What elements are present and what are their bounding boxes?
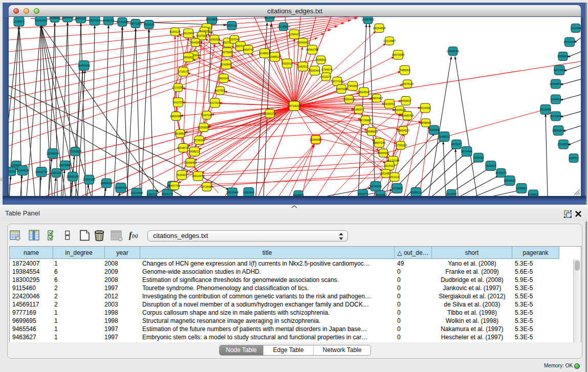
svg-text:2903144: 2903144	[218, 77, 229, 80]
svg-text:16648784: 16648784	[447, 50, 459, 53]
svg-text:20894436: 20894436	[61, 17, 74, 19]
svg-text:1610755: 1610755	[172, 101, 183, 104]
svg-text:6497508: 6497508	[336, 87, 346, 91]
svg-text:9329966: 9329966	[557, 55, 568, 58]
svg-text:10653287: 10653287	[75, 17, 87, 20]
svg-text:7632621: 7632621	[485, 164, 496, 167]
svg-text:5498222: 5498222	[189, 150, 200, 153]
svg-text:8215938: 8215938	[540, 108, 551, 111]
svg-text:13716485: 13716485	[201, 185, 213, 188]
svg-text:8322013: 8322013	[281, 62, 292, 65]
svg-text:10025438: 10025438	[394, 108, 406, 112]
svg-text:10719155: 10719155	[116, 20, 128, 24]
svg-text:18724007: 18724007	[288, 104, 300, 107]
svg-text:(x): (x)	[132, 233, 138, 239]
svg-text:1421072: 1421072	[320, 75, 331, 78]
svg-text:9938923: 9938923	[439, 135, 449, 138]
svg-text:9684067: 9684067	[378, 151, 388, 155]
svg-text:14099463: 14099463	[184, 161, 197, 164]
svg-text:12093872: 12093872	[550, 82, 562, 85]
svg-text:2718170: 2718170	[178, 70, 188, 73]
svg-text:9474444: 9474444	[461, 150, 472, 153]
svg-text:915277: 915277	[358, 192, 367, 195]
svg-text:16154808: 16154808	[373, 27, 385, 30]
svg-text:1588520: 1588520	[269, 55, 280, 58]
svg-text:10654112: 10654112	[504, 179, 516, 182]
svg-text:10688609: 10688609	[365, 130, 378, 133]
svg-text:17016504: 17016504	[557, 143, 570, 146]
svg-text:2933114: 2933114	[473, 156, 484, 159]
svg-text:9338999: 9338999	[49, 17, 60, 19]
svg-text:17957255: 17957255	[83, 178, 95, 181]
svg-text:17359924: 17359924	[69, 150, 81, 153]
svg-text:1112484: 1112484	[571, 27, 581, 30]
svg-text:3912954: 3912954	[183, 32, 193, 35]
svg-text:6216462: 6216462	[384, 102, 395, 105]
svg-text:9899695: 9899695	[420, 121, 431, 124]
svg-text:9427552: 9427552	[214, 89, 225, 92]
svg-text:11156829: 11156829	[16, 169, 29, 172]
svg-text:12975115: 12975115	[401, 82, 413, 85]
svg-text:14136141: 14136141	[369, 185, 382, 188]
svg-text:1088121: 1088121	[410, 191, 421, 194]
svg-text:1145194: 1145194	[51, 171, 61, 174]
svg-text:3824534: 3824534	[358, 91, 369, 94]
svg-text:252214: 252214	[390, 176, 399, 179]
svg-text:7515536: 7515536	[143, 23, 154, 26]
svg-text:1405571: 1405571	[13, 20, 24, 23]
svg-text:15751074: 15751074	[563, 40, 576, 43]
svg-text:10807487: 10807487	[371, 97, 383, 100]
svg-text:15720407: 15720407	[359, 119, 372, 122]
svg-text:9245652: 9245652	[516, 187, 527, 190]
svg-text:8186328: 8186328	[209, 38, 220, 41]
svg-text:15495758: 15495758	[401, 114, 413, 117]
svg-text:33975887: 33975887	[59, 164, 71, 167]
svg-text:16961758: 16961758	[306, 48, 318, 51]
svg-text:10046736: 10046736	[177, 146, 189, 149]
svg-text:9527503: 9527503	[196, 34, 207, 37]
svg-text:1733426: 1733426	[391, 187, 402, 190]
svg-text:9463627: 9463627	[400, 99, 411, 102]
svg-text:13654923: 13654923	[397, 129, 409, 132]
svg-text:4117006: 4117006	[209, 101, 220, 104]
svg-text:12505135: 12505135	[67, 175, 79, 178]
svg-text:1362615: 1362615	[297, 65, 308, 68]
svg-text:14914479: 14914479	[192, 174, 204, 178]
svg-text:116753: 116753	[569, 157, 578, 160]
svg-text:13353594: 13353594	[198, 126, 210, 129]
svg-text:1527602: 1527602	[89, 19, 100, 22]
svg-text:12213359: 12213359	[172, 86, 184, 89]
svg-text:12756928: 12756928	[395, 144, 407, 147]
svg-text:1244415: 1244415	[550, 98, 561, 101]
svg-text:15692971: 15692971	[552, 129, 564, 132]
svg-text:1254419: 1254419	[289, 33, 299, 36]
svg-text:1257546: 1257546	[229, 38, 239, 41]
svg-text:12923448: 12923448	[130, 191, 143, 194]
svg-text:8454749: 8454749	[243, 48, 253, 51]
svg-text:9457791: 9457791	[169, 184, 180, 187]
svg-text:746266: 746266	[348, 84, 357, 87]
svg-text:10958107: 10958107	[100, 182, 113, 185]
svg-text:139151: 139151	[9, 170, 16, 173]
svg-text:7625402: 7625402	[176, 173, 187, 177]
svg-text:19166825: 19166825	[174, 132, 186, 135]
svg-text:20364436: 20364436	[343, 98, 355, 101]
svg-text:9242848: 9242848	[221, 63, 231, 66]
svg-text:12823448: 12823448	[226, 191, 238, 194]
svg-text:23091406: 23091406	[35, 19, 47, 22]
svg-text:6990443: 6990443	[309, 69, 320, 72]
svg-text:1182344: 1182344	[243, 191, 254, 194]
svg-text:5578334: 5578334	[193, 139, 204, 142]
svg-text:26053346: 26053346	[78, 64, 90, 67]
svg-text:3875685: 3875685	[222, 51, 232, 54]
svg-text:25300273: 25300273	[264, 112, 276, 115]
svg-text:8160124: 8160124	[169, 30, 180, 33]
svg-text:3267130: 3267130	[201, 114, 212, 117]
svg-text:15640910: 15640910	[297, 41, 309, 44]
svg-text:19218506: 19218506	[277, 25, 290, 28]
svg-text:7857244: 7857244	[226, 24, 237, 27]
svg-text:9146821: 9146821	[259, 52, 270, 55]
svg-text:20387682: 20387682	[362, 18, 374, 21]
svg-text:16033809: 16033809	[206, 18, 218, 21]
svg-text:1615112: 1615112	[384, 164, 395, 167]
